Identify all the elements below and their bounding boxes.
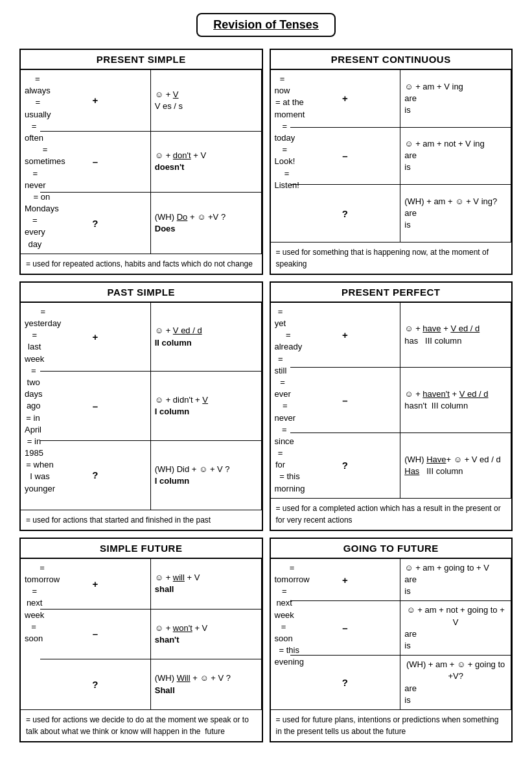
ps-adverbs: = always = usually = often = sometimes =… xyxy=(21,70,40,254)
past-simple-table: + ☺ + V ed / d II column = yesterday = l… xyxy=(21,303,262,510)
pc-q-formula: (WH) + am + ☺ + V ing? are is xyxy=(400,185,511,242)
going-to-future-box: GOING TO FUTURE + ☺ + am + going to + V … xyxy=(270,538,513,742)
simple-future-box: SIMPLE FUTURE + ☺ + will + V shall = tom… xyxy=(19,538,263,742)
present-perfect-box: PRESENT PERFECT + ☺ + have + V ed / d ha… xyxy=(270,281,513,531)
present-perfect-table: + ☺ + have + V ed / d has III column = y… xyxy=(271,303,512,498)
pp-q-symbol: ? xyxy=(290,433,401,498)
gtf-usage: = used for future plans, intentions or p… xyxy=(271,709,512,741)
pc-adverbs: = now = at the moment = today = Look! = … xyxy=(271,70,290,242)
pc-minus-formula: ☺ + am + not + V ing are is xyxy=(400,128,511,185)
ps-plus-symbol: + xyxy=(40,70,151,132)
pp-minus-symbol: – xyxy=(290,368,401,433)
pc-usage: = used for something that is happening n… xyxy=(271,242,512,274)
pastsimple-adverbs: = yesterday = last week = two days ago =… xyxy=(21,303,40,510)
present-continuous-box: PRESENT CONTINUOUS + ☺ + am + V ing are … xyxy=(270,49,513,275)
pp-plus-symbol: + xyxy=(290,303,401,368)
past-simple-box: PAST SIMPLE + ☺ + V ed / d II column = y… xyxy=(19,281,263,531)
present-simple-box: PRESENT SIMPLE + ☺ + V V es / s = always… xyxy=(19,49,263,275)
gtf-minus-symbol: – xyxy=(290,601,401,656)
pastsimple-q-formula: (WH) Did + ☺ + V ? I column xyxy=(151,441,262,510)
gtf-q-formula: (WH) + am + ☺ + going to +V? are is xyxy=(400,656,511,709)
gtf-minus-formula: ☺ + am + not + going to + V are is xyxy=(400,601,511,656)
pc-plus-formula: ☺ + am + V ing are is xyxy=(400,70,511,128)
going-to-future-title: GOING TO FUTURE xyxy=(271,539,512,559)
tenses-grid: PRESENT SIMPLE + ☺ + V V es / s = always… xyxy=(19,49,513,742)
present-simple-title: PRESENT SIMPLE xyxy=(21,50,262,70)
gtf-plus-formula: ☺ + am + going to + V are is xyxy=(400,559,511,602)
simple-future-title: SIMPLE FUTURE xyxy=(21,539,262,559)
pp-plus-formula: ☺ + have + V ed / d has III column xyxy=(400,303,511,368)
pc-q-symbol: ? xyxy=(290,185,401,242)
gtf-adverbs: = tomorrow = next week = soon = this eve… xyxy=(271,559,290,709)
present-perfect-title: PRESENT PERFECT xyxy=(271,283,512,303)
ps-q-symbol: ? xyxy=(40,193,151,254)
ps-usage: = used for repeated actions, habits and … xyxy=(21,254,262,274)
present-simple-table: + ☺ + V V es / s = always = usually = of… xyxy=(21,70,262,254)
present-continuous-table: + ☺ + am + V ing are is = now = at the m… xyxy=(271,70,512,242)
sf-q-formula: (WH) Will + ☺ + V ? Shall xyxy=(151,659,262,709)
pc-minus-symbol: – xyxy=(290,128,401,185)
sf-q-symbol: ? xyxy=(40,659,151,709)
gtf-q-symbol: ? xyxy=(290,656,401,709)
pastsimple-minus-symbol: – xyxy=(40,372,151,441)
pc-plus-symbol: + xyxy=(290,70,401,128)
ps-plus-formula: ☺ + V V es / s xyxy=(151,70,262,132)
sf-adverbs: = tomorrow = next week = soon xyxy=(21,559,40,709)
pp-q-formula: (WH) Have+ ☺ + V ed / d Has III column xyxy=(400,433,511,498)
ps-q-formula: (WH) Do + ☺ +V ? Does xyxy=(151,193,262,254)
sf-minus-symbol: – xyxy=(40,610,151,660)
pastsimple-plus-formula: ☺ + V ed / d II column xyxy=(151,303,262,372)
going-to-future-table: + ☺ + am + going to + V are is = tomorro… xyxy=(271,559,512,709)
present-continuous-title: PRESENT CONTINUOUS xyxy=(271,50,512,70)
past-simple-title: PAST SIMPLE xyxy=(21,283,262,303)
pastsimple-q-symbol: ? xyxy=(40,441,151,510)
simple-future-table: + ☺ + will + V shall = tomorrow = next w… xyxy=(21,559,262,709)
pastsimple-usage: = used for actions that started and fini… xyxy=(21,510,262,530)
ps-minus-symbol: – xyxy=(40,132,151,193)
pastsimple-minus-formula: ☺ + didn't + V I column xyxy=(151,372,262,441)
pp-adverbs: = yet = already = still = ever = never =… xyxy=(271,303,290,498)
sf-minus-formula: ☺ + won't + V shan't xyxy=(151,610,262,660)
page-title: Revision of Tenses xyxy=(196,13,336,37)
sf-plus-formula: ☺ + will + V shall xyxy=(151,559,262,610)
ps-minus-formula: ☺ + don't + V doesn't xyxy=(151,132,262,193)
pp-usage: = used for a completed action which has … xyxy=(271,498,512,530)
pp-minus-formula: ☺ + haven't + V ed / d hasn't III column xyxy=(400,368,511,433)
sf-usage: = used for actions we decide to do at th… xyxy=(21,709,262,741)
